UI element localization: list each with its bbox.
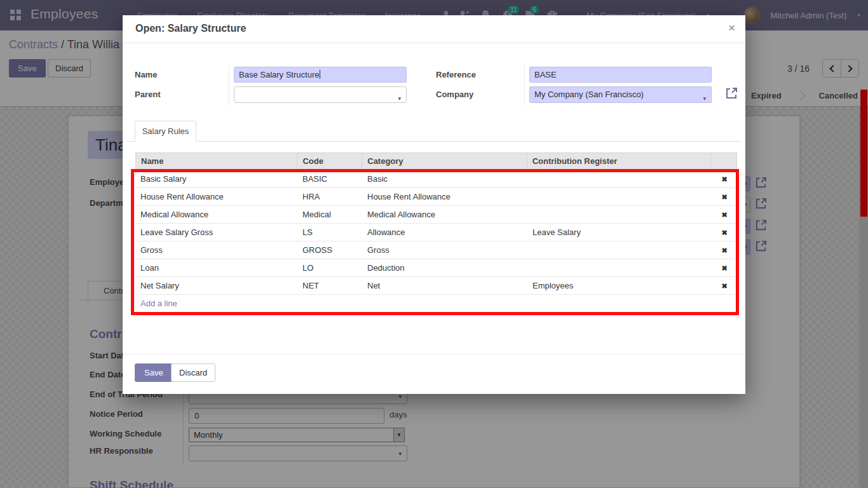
table-row[interactable]: Leave Salary GrossLSAllowanceLeave Salar… [135, 224, 737, 241]
reference-input[interactable]: BASE [529, 67, 712, 83]
table-row[interactable]: GrossGROSSGross✖ [135, 241, 737, 259]
delete-row-icon[interactable]: ✖ [721, 229, 727, 236]
dialog-discard-button[interactable]: Discard [171, 363, 215, 382]
table-row[interactable]: House Rent AllowanceHRAHouse Rent Allowa… [135, 188, 737, 206]
chevron-down-icon: ▾ [398, 92, 401, 106]
column-category[interactable]: Category [362, 153, 527, 170]
group-divider [229, 65, 229, 105]
delete-row-icon[interactable]: ✖ [721, 282, 727, 290]
footer-divider [123, 354, 745, 355]
dialog-save-button[interactable]: Save [135, 363, 173, 382]
parent-label: Parent [135, 90, 160, 99]
add-a-line-link[interactable]: Add a line [140, 299, 177, 308]
delete-row-icon[interactable]: ✖ [721, 175, 727, 183]
column-code[interactable]: Code [297, 153, 362, 170]
company-label: Company [436, 90, 473, 99]
add-line-row: Add a line [135, 295, 737, 313]
delete-row-icon[interactable]: ✖ [721, 211, 727, 219]
name-input[interactable]: Base Salary Structure [234, 67, 407, 83]
notebook-divider [127, 141, 741, 142]
delete-row-icon[interactable]: ✖ [721, 193, 727, 201]
text-cursor [320, 70, 320, 79]
table-row[interactable]: Net SalaryNETNetEmployees✖ [135, 277, 737, 295]
reference-label: Reference [436, 70, 476, 79]
delete-row-icon[interactable]: ✖ [721, 264, 727, 272]
delete-row-icon[interactable]: ✖ [721, 247, 727, 254]
company-dropdown[interactable]: My Company (San Francisco) ▾ [529, 86, 712, 103]
group-divider [524, 65, 525, 105]
dialog-header: Open: Salary Structure × [123, 15, 745, 43]
column-name[interactable]: Name [136, 153, 297, 170]
parent-dropdown[interactable]: ▾ [234, 86, 407, 103]
name-label: Name [135, 70, 157, 79]
close-icon[interactable]: × [728, 21, 735, 35]
table-header: Name Code Category Contribution Register [135, 152, 737, 170]
column-contribution-register[interactable]: Contribution Register [527, 153, 711, 170]
table-row[interactable]: Medical AllowanceMedicalMedical Allowanc… [135, 206, 737, 224]
external-link-icon[interactable] [724, 86, 738, 100]
tab-salary-rules[interactable]: Salary Rules [135, 121, 196, 142]
salary-rules-table: Name Code Category Contribution Register… [135, 152, 737, 313]
salary-structure-dialog: Open: Salary Structure × Name Parent Bas… [123, 15, 745, 394]
table-row[interactable]: LoanLODeduction✖ [135, 259, 737, 277]
dialog-title: Open: Salary Structure [135, 23, 246, 34]
chevron-down-icon: ▾ [703, 92, 706, 106]
table-row[interactable]: Basic SalaryBASICBasic✖ [135, 170, 737, 188]
